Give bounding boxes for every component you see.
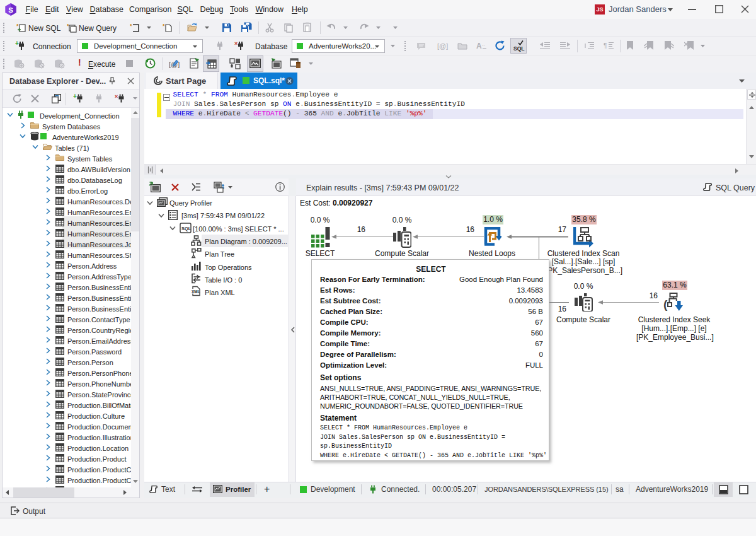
svg-text:¶: ¶: [604, 42, 607, 49]
svg-text:+: +: [73, 93, 77, 100]
svg-text:*: *: [130, 23, 132, 29]
svg-text:SQL: SQL: [181, 226, 192, 231]
svg-text:[@]: [@]: [437, 42, 448, 50]
svg-text:S: S: [8, 6, 13, 14]
svg-text:+: +: [15, 41, 19, 47]
svg-text:SQL: SQL: [513, 45, 524, 52]
svg-text:*: *: [163, 23, 165, 29]
svg-text:..: ..: [482, 42, 484, 47]
svg-text:(: (: [663, 298, 668, 311]
svg-text:×: ×: [234, 41, 238, 47]
svg-text:×: ×: [115, 93, 118, 100]
svg-text:A: A: [476, 42, 482, 50]
svg-text:*: *: [16, 23, 19, 29]
svg-text:XML: XML: [192, 289, 200, 294]
